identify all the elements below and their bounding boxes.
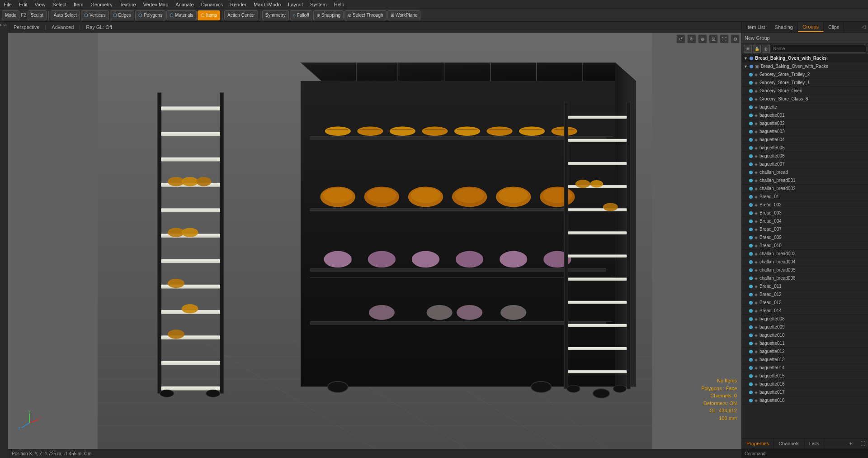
menu-item-select[interactable]: Select — [49, 2, 70, 7]
list-item[interactable]: ◈baguette005 — [742, 144, 868, 152]
list-item[interactable]: ◈baguette011 — [742, 339, 868, 348]
list-item[interactable]: ◈baguette017 — [742, 388, 868, 396]
brp-tab-channels[interactable]: Channels — [774, 439, 804, 448]
name-input[interactable] — [771, 45, 866, 53]
list-item[interactable]: ◈baguette016 — [742, 380, 868, 388]
list-item[interactable]: ◈Grocery_Store_Trolley_2 — [742, 71, 868, 79]
action-center-button[interactable]: Action Center — [224, 10, 258, 20]
list-item[interactable]: ◈baguette018 — [742, 396, 868, 405]
items-button[interactable]: ⬡ Items — [198, 10, 220, 20]
expand-icon[interactable]: ◁ — [862, 24, 865, 30]
list-item[interactable]: ◈baguette006 — [742, 152, 868, 160]
menu-item-vertex map[interactable]: Vertex Map — [140, 2, 172, 7]
refresh-icon[interactable]: ↺ — [676, 34, 685, 43]
list-item[interactable]: ◈Bread_002 — [742, 201, 868, 209]
tab-shading[interactable]: Shading — [770, 22, 798, 32]
viewport-perspective[interactable]: Perspective — [12, 24, 41, 30]
snapping-button[interactable]: ⊕ Snapping — [313, 10, 344, 20]
list-item[interactable]: ◈baguette007 — [742, 160, 868, 168]
list-item[interactable]: ◈Bread_010 — [742, 242, 868, 250]
list-item[interactable]: ◈Bread_014 — [742, 307, 868, 315]
list-item[interactable]: ◈Bread_013 — [742, 299, 868, 307]
add-tab-button[interactable]: + — [846, 439, 856, 448]
menu-item-layout[interactable]: Layout — [284, 2, 307, 7]
list-item[interactable]: ◈baguette015 — [742, 372, 868, 380]
list-item[interactable]: ◈baguette010 — [742, 331, 868, 339]
settings-icon[interactable]: ⚙ — [731, 34, 740, 43]
list-item[interactable]: ◈challah_bread006 — [742, 274, 868, 282]
menu-item-dynamics[interactable]: Dynamics — [198, 2, 226, 7]
list-item[interactable]: ◈Bread_011 — [742, 282, 868, 291]
fit-icon[interactable]: ⊡ — [709, 34, 718, 43]
menu-item-render[interactable]: Render — [226, 2, 250, 7]
vertices-button[interactable]: ⬡ Vertices — [81, 10, 109, 20]
sculpt-button[interactable]: Sculpt — [28, 10, 47, 20]
polygons-button[interactable]: ⬡ Polygons — [135, 10, 165, 20]
item-name: Bread_013 — [760, 300, 866, 305]
zoom-in-icon[interactable]: ⊕ — [698, 34, 707, 43]
list-item[interactable]: ◈challah_bread004 — [742, 258, 868, 266]
list-item[interactable]: ◈baguette013 — [742, 356, 868, 364]
workplane-button[interactable]: ⊞ WorkPlane — [387, 10, 421, 20]
symmetry-button[interactable]: Symmetry — [262, 10, 289, 20]
list-item[interactable]: ◈baguette008 — [742, 315, 868, 323]
expand-bottom-icon[interactable]: ⛶ — [858, 441, 868, 446]
list-item[interactable]: ◈baguette — [742, 103, 868, 111]
falloff-button[interactable]: ○ Falloff — [290, 10, 312, 20]
viewport-ray-gl[interactable]: Ray GL: Off — [84, 24, 114, 30]
reload-icon[interactable]: ↻ — [687, 34, 696, 43]
menu-item-help[interactable]: Help — [330, 2, 348, 7]
tab-item-list[interactable]: Item List — [742, 22, 770, 32]
viewport-topbar: Perspective | Advanced | Ray GL: Off — [8, 22, 741, 33]
list-item[interactable]: ◈Bread_009 — [742, 234, 868, 242]
auto-select-button[interactable]: Auto Select — [51, 10, 80, 20]
list-item[interactable]: ◈Bread_012 — [742, 291, 868, 299]
menu-item-item[interactable]: Item — [70, 2, 87, 7]
menu-item-texture[interactable]: Texture — [116, 2, 140, 7]
list-item[interactable]: ◈baguette012 — [742, 348, 868, 356]
list-item[interactable]: ◈baguette001 — [742, 111, 868, 119]
command-input[interactable] — [769, 451, 865, 456]
list-item[interactable]: ◈Grocery_Store_Trolley_1 — [742, 79, 868, 87]
list-item[interactable]: ◈challah_bread001 — [742, 177, 868, 185]
menu-item-system[interactable]: System — [307, 2, 330, 7]
mode-button[interactable]: Mode — [2, 10, 19, 20]
render-toggle[interactable]: ◎ — [762, 45, 770, 53]
viewport-advanced[interactable]: Advanced — [50, 24, 75, 30]
list-item[interactable]: ◈Bread_007 — [742, 225, 868, 234]
list-item[interactable]: ◈Grocery_Store_Glass_8 — [742, 95, 868, 103]
list-item[interactable]: ◈challah_bread005 — [742, 266, 868, 274]
list-item[interactable]: ◈challah_bread003 — [742, 250, 868, 258]
list-item[interactable]: ◈Bread_004 — [742, 217, 868, 225]
menu-item-animate[interactable]: Animate — [172, 2, 197, 7]
tab-groups[interactable]: Groups — [798, 22, 824, 32]
tab-clips[interactable]: Clips — [824, 22, 844, 32]
menu-item-view[interactable]: View — [31, 2, 49, 7]
list-item[interactable]: ◈baguette014 — [742, 364, 868, 372]
viewport[interactable]: ↺ ↻ ⊕ ⊡ ⛶ ⚙ X Y Z No Items — [8, 33, 741, 449]
list-item[interactable]: ◈baguette004 — [742, 136, 868, 144]
brp-tab-properties[interactable]: Properties — [742, 439, 774, 448]
list-item[interactable]: ▼▣Bread_Baking_Oven_with_Racks — [742, 62, 868, 71]
settings-tab[interactable]: Settings — [0, 22, 8, 28]
eye-toggle[interactable]: 👁 — [744, 45, 752, 53]
list-item[interactable]: ◈challah_bread — [742, 168, 868, 177]
list-item[interactable]: ◈Bread_01 — [742, 193, 868, 201]
menu-item-geometry[interactable]: Geometry — [87, 2, 116, 7]
list-item[interactable]: ◈baguette003 — [742, 128, 868, 136]
lock-toggle[interactable]: 🔒 — [753, 45, 761, 53]
materials-button[interactable]: ⬡ Materials — [166, 10, 197, 20]
maximize-icon[interactable]: ⛶ — [720, 34, 729, 43]
list-item[interactable]: ◈challah_bread002 — [742, 185, 868, 193]
menu-item-maxtomodo[interactable]: MaxToModo — [250, 2, 284, 7]
root-group-item[interactable]: ▼ Bread_Baking_Oven_with_Racks — [742, 54, 868, 62]
edges-button[interactable]: ⬡ Edges — [110, 10, 134, 20]
list-item[interactable]: ◈Bread_003 — [742, 209, 868, 217]
list-item[interactable]: ◈baguette009 — [742, 323, 868, 331]
menu-item-edit[interactable]: Edit — [15, 2, 31, 7]
list-item[interactable]: ◈Grocery_Store_Oven — [742, 87, 868, 95]
menu-item-file[interactable]: File — [0, 2, 15, 7]
brp-tab-lists[interactable]: Lists — [805, 439, 825, 448]
list-item[interactable]: ◈baguette002 — [742, 119, 868, 128]
select-through-button[interactable]: ⊙ Select Through — [344, 10, 387, 20]
